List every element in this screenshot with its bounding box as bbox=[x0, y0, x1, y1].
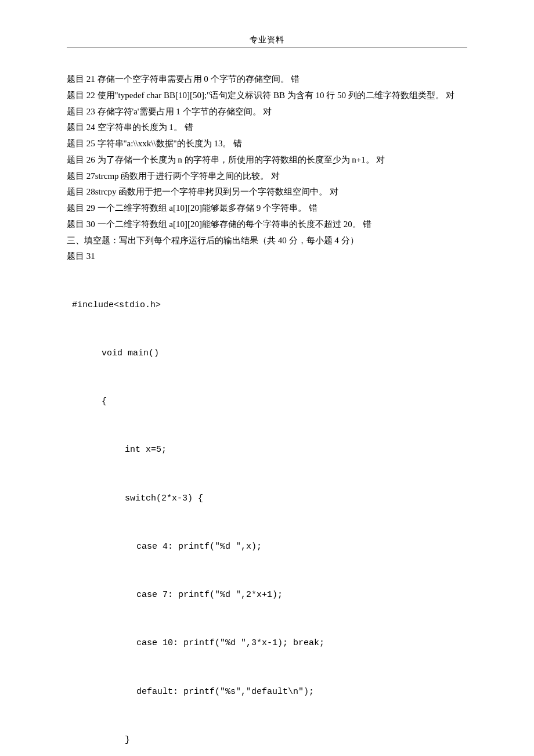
code-line: case 10: printf("%d ",3*x-1); break; bbox=[67, 635, 467, 651]
code-line: switch(2*x-3) { bbox=[67, 491, 467, 507]
question-24: 题目 24 空字符串的长度为 1。 错 bbox=[67, 120, 467, 136]
code-line: case 7: printf("%d ",2*x+1); bbox=[67, 587, 467, 603]
question-28: 题目 28strcpy 函数用于把一个字符串拷贝到另一个字符数组空间中。 对 bbox=[67, 184, 467, 200]
code-line: { bbox=[67, 394, 467, 410]
question-27: 题目 27strcmp 函数用于进行两个字符串之间的比较。 对 bbox=[67, 168, 467, 185]
code-line: int x=5; bbox=[67, 442, 467, 458]
code-line: } bbox=[67, 732, 467, 748]
code-line: default: printf("%s","default\n"); bbox=[67, 684, 467, 700]
question-22: 题目 22 使用"typedef char BB[10][50];"语句定义标识… bbox=[67, 88, 467, 104]
question-29: 题目 29 一个二维字符数组 a[10][20]能够最多存储 9 个字符串。 错 bbox=[67, 200, 467, 217]
question-23: 题目 23 存储字符'a'需要占用 1 个字节的存储空间。 对 bbox=[67, 104, 467, 120]
question-31-title: 题目 31 bbox=[67, 249, 467, 265]
document-body: 题目 21 存储一个空字符串需要占用 0 个字节的存储空间。 错 题目 22 使… bbox=[67, 71, 467, 756]
page-header: 专业资料 bbox=[67, 35, 467, 48]
question-30: 题目 30 一个二维字符数组 a[10][20]能够存储的每个字符串的长度不超过… bbox=[67, 217, 467, 233]
code-line: case 4: printf("%d ",x); bbox=[67, 539, 467, 555]
code-line: void main() bbox=[67, 345, 467, 362]
question-21: 题目 21 存储一个空字符串需要占用 0 个字节的存储空间。 错 bbox=[67, 71, 467, 88]
question-26: 题目 26 为了存储一个长度为 n 的字符串，所使用的字符数组的长度至少为 n+… bbox=[67, 152, 467, 168]
code-line: #include<stdio.h> bbox=[67, 297, 467, 314]
section-3-title: 三、填空题：写出下列每个程序运行后的输出结果（共 40 分，每小题 4 分） bbox=[67, 233, 467, 249]
question-25: 题目 25 字符串"a:\\xxk\\数据"的长度为 13。 错 bbox=[67, 136, 467, 152]
question-31-code: #include<stdio.h> void main() { int x=5;… bbox=[67, 265, 467, 756]
